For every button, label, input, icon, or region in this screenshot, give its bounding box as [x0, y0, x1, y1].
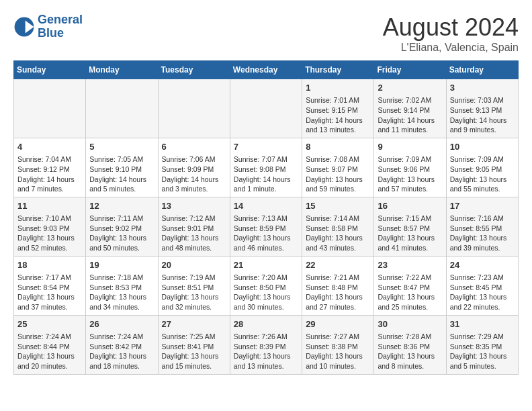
- calendar-cell: 10Sunrise: 7:09 AM Sunset: 9:05 PM Dayli…: [446, 138, 518, 197]
- logo-icon: [13, 16, 35, 38]
- calendar-cell: 13Sunrise: 7:12 AM Sunset: 9:01 PM Dayli…: [158, 197, 230, 256]
- day-info: Sunrise: 7:12 AM Sunset: 9:01 PM Dayligh…: [162, 214, 226, 253]
- day-number: 18: [17, 259, 82, 271]
- weekday-header-wednesday: Wednesday: [230, 61, 302, 79]
- day-number: 27: [162, 318, 226, 330]
- day-info: Sunrise: 7:20 AM Sunset: 8:50 PM Dayligh…: [234, 273, 298, 312]
- day-number: 17: [450, 200, 515, 212]
- day-info: Sunrise: 7:03 AM Sunset: 9:13 PM Dayligh…: [450, 95, 515, 135]
- weekday-header-monday: Monday: [86, 61, 158, 79]
- day-number: 31: [450, 318, 515, 330]
- day-number: 20: [162, 259, 226, 271]
- calendar-cell: 14Sunrise: 7:13 AM Sunset: 8:59 PM Dayli…: [230, 197, 302, 256]
- day-number: 26: [89, 318, 154, 330]
- calendar-cell: 6Sunrise: 7:06 AM Sunset: 9:09 PM Daylig…: [158, 138, 230, 197]
- weekday-header-sunday: Sunday: [14, 61, 86, 79]
- title-block: August 2024 L'Eliana, Valencia, Spain: [383, 13, 519, 54]
- calendar-cell: 23Sunrise: 7:22 AM Sunset: 8:47 PM Dayli…: [374, 256, 446, 315]
- day-number: 21: [234, 259, 298, 271]
- location: L'Eliana, Valencia, Spain: [383, 42, 519, 54]
- day-number: 23: [378, 259, 442, 271]
- day-number: 12: [89, 200, 154, 212]
- day-info: Sunrise: 7:24 AM Sunset: 8:44 PM Dayligh…: [17, 332, 82, 371]
- day-number: 6: [162, 141, 226, 153]
- day-number: 13: [162, 200, 226, 212]
- day-number: 16: [378, 200, 442, 212]
- day-info: Sunrise: 7:08 AM Sunset: 9:07 PM Dayligh…: [306, 154, 370, 194]
- calendar-cell: 9Sunrise: 7:09 AM Sunset: 9:06 PM Daylig…: [374, 138, 446, 197]
- day-number: 7: [234, 141, 298, 153]
- calendar-cell: 27Sunrise: 7:25 AM Sunset: 8:41 PM Dayli…: [158, 315, 230, 374]
- day-number: 22: [306, 259, 370, 271]
- day-number: 19: [89, 259, 154, 271]
- calendar-cell: 1Sunrise: 7:01 AM Sunset: 9:15 PM Daylig…: [302, 79, 374, 138]
- calendar-cell: 17Sunrise: 7:16 AM Sunset: 8:55 PM Dayli…: [446, 197, 518, 256]
- calendar-cell: 25Sunrise: 7:24 AM Sunset: 8:44 PM Dayli…: [14, 315, 86, 374]
- calendar-cell: 22Sunrise: 7:21 AM Sunset: 8:48 PM Dayli…: [302, 256, 374, 315]
- page-header: General Blue August 2024 L'Eliana, Valen…: [13, 13, 519, 54]
- day-info: Sunrise: 7:22 AM Sunset: 8:47 PM Dayligh…: [378, 273, 442, 312]
- day-number: 2: [378, 82, 442, 94]
- weekday-header-thursday: Thursday: [302, 61, 374, 79]
- day-number: 29: [306, 318, 370, 330]
- day-number: 8: [306, 141, 370, 153]
- calendar-cell: [230, 79, 302, 138]
- day-number: 5: [89, 141, 154, 153]
- day-number: 11: [17, 200, 82, 212]
- calendar-cell: 28Sunrise: 7:26 AM Sunset: 8:39 PM Dayli…: [230, 315, 302, 374]
- day-number: 9: [378, 141, 442, 153]
- day-info: Sunrise: 7:27 AM Sunset: 8:38 PM Dayligh…: [306, 332, 370, 371]
- day-info: Sunrise: 7:16 AM Sunset: 8:55 PM Dayligh…: [450, 214, 515, 253]
- calendar-cell: 18Sunrise: 7:17 AM Sunset: 8:54 PM Dayli…: [14, 256, 86, 315]
- calendar-cell: 16Sunrise: 7:15 AM Sunset: 8:57 PM Dayli…: [374, 197, 446, 256]
- week-row-2: 4Sunrise: 7:04 AM Sunset: 9:12 PM Daylig…: [14, 138, 519, 197]
- day-info: Sunrise: 7:18 AM Sunset: 8:53 PM Dayligh…: [89, 273, 154, 312]
- calendar-cell: 7Sunrise: 7:07 AM Sunset: 9:08 PM Daylig…: [230, 138, 302, 197]
- calendar-cell: 15Sunrise: 7:14 AM Sunset: 8:58 PM Dayli…: [302, 197, 374, 256]
- calendar-cell: 5Sunrise: 7:05 AM Sunset: 9:10 PM Daylig…: [86, 138, 158, 197]
- day-info: Sunrise: 7:26 AM Sunset: 8:39 PM Dayligh…: [234, 332, 298, 371]
- day-info: Sunrise: 7:02 AM Sunset: 9:14 PM Dayligh…: [378, 95, 442, 135]
- day-number: 4: [17, 141, 82, 153]
- day-info: Sunrise: 7:17 AM Sunset: 8:54 PM Dayligh…: [17, 273, 82, 312]
- logo-line1: General: [38, 13, 83, 26]
- calendar-cell: 12Sunrise: 7:11 AM Sunset: 9:02 PM Dayli…: [86, 197, 158, 256]
- day-info: Sunrise: 7:13 AM Sunset: 8:59 PM Dayligh…: [234, 214, 298, 253]
- calendar-cell: [86, 79, 158, 138]
- logo-line2: Blue: [38, 26, 64, 40]
- month-year: August 2024: [383, 13, 519, 42]
- week-row-4: 18Sunrise: 7:17 AM Sunset: 8:54 PM Dayli…: [14, 256, 519, 315]
- day-info: Sunrise: 7:21 AM Sunset: 8:48 PM Dayligh…: [306, 273, 370, 312]
- day-number: 25: [17, 318, 82, 330]
- day-number: 30: [378, 318, 442, 330]
- day-info: Sunrise: 7:09 AM Sunset: 9:05 PM Dayligh…: [450, 154, 515, 194]
- day-info: Sunrise: 7:07 AM Sunset: 9:08 PM Dayligh…: [234, 154, 298, 194]
- calendar-cell: 2Sunrise: 7:02 AM Sunset: 9:14 PM Daylig…: [374, 79, 446, 138]
- day-info: Sunrise: 7:15 AM Sunset: 8:57 PM Dayligh…: [378, 214, 442, 253]
- day-info: Sunrise: 7:24 AM Sunset: 8:42 PM Dayligh…: [89, 332, 154, 371]
- day-info: Sunrise: 7:14 AM Sunset: 8:58 PM Dayligh…: [306, 214, 370, 253]
- calendar-cell: 31Sunrise: 7:29 AM Sunset: 8:35 PM Dayli…: [446, 315, 518, 374]
- calendar-cell: [158, 79, 230, 138]
- calendar-cell: 19Sunrise: 7:18 AM Sunset: 8:53 PM Dayli…: [86, 256, 158, 315]
- weekday-header-row: SundayMondayTuesdayWednesdayThursdayFrid…: [14, 61, 519, 79]
- logo-text: General Blue: [38, 13, 83, 40]
- calendar-cell: 20Sunrise: 7:19 AM Sunset: 8:51 PM Dayli…: [158, 256, 230, 315]
- week-row-1: 1Sunrise: 7:01 AM Sunset: 9:15 PM Daylig…: [14, 79, 519, 138]
- day-info: Sunrise: 7:05 AM Sunset: 9:10 PM Dayligh…: [89, 154, 154, 194]
- day-info: Sunrise: 7:10 AM Sunset: 9:03 PM Dayligh…: [17, 214, 82, 253]
- calendar-table: SundayMondayTuesdayWednesdayThursdayFrid…: [13, 60, 519, 375]
- calendar-cell: 24Sunrise: 7:23 AM Sunset: 8:45 PM Dayli…: [446, 256, 518, 315]
- calendar-cell: 21Sunrise: 7:20 AM Sunset: 8:50 PM Dayli…: [230, 256, 302, 315]
- day-info: Sunrise: 7:09 AM Sunset: 9:06 PM Dayligh…: [378, 154, 442, 194]
- day-info: Sunrise: 7:23 AM Sunset: 8:45 PM Dayligh…: [450, 273, 515, 312]
- week-row-5: 25Sunrise: 7:24 AM Sunset: 8:44 PM Dayli…: [14, 315, 519, 374]
- day-number: 15: [306, 200, 370, 212]
- calendar-cell: 30Sunrise: 7:28 AM Sunset: 8:36 PM Dayli…: [374, 315, 446, 374]
- calendar-cell: [14, 79, 86, 138]
- day-number: 1: [306, 82, 370, 94]
- day-number: 24: [450, 259, 515, 271]
- calendar-cell: 26Sunrise: 7:24 AM Sunset: 8:42 PM Dayli…: [86, 315, 158, 374]
- day-number: 10: [450, 141, 515, 153]
- week-row-3: 11Sunrise: 7:10 AM Sunset: 9:03 PM Dayli…: [14, 197, 519, 256]
